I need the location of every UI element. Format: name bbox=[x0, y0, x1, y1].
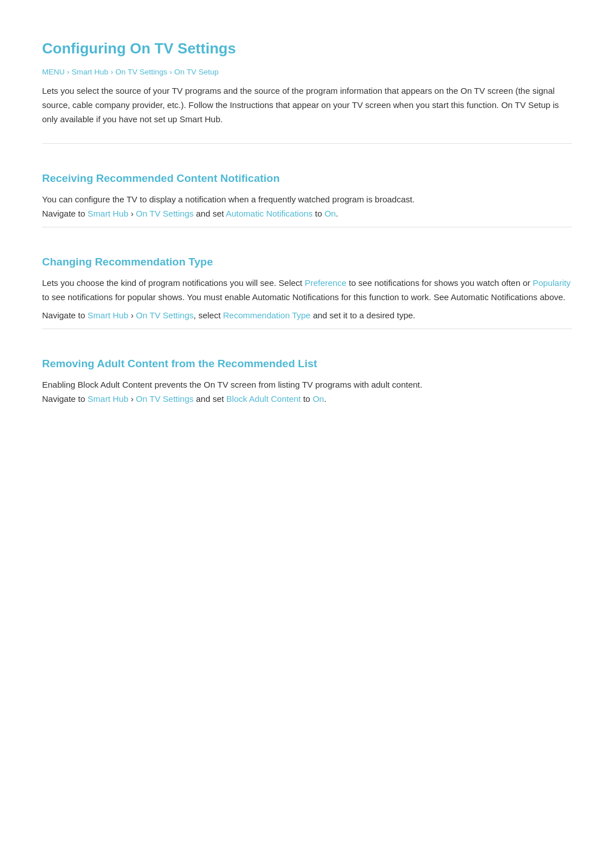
section-text-receiving-notification: You can configure the TV to display a no… bbox=[42, 193, 572, 221]
section-divider-1 bbox=[42, 143, 572, 144]
section-title-changing-recommendation: Changing Recommendation Type bbox=[42, 244, 572, 268]
breadcrumb-separator-3: › bbox=[169, 68, 172, 76]
section-title-removing-adult-content: Removing Adult Content from the Recommen… bbox=[42, 346, 572, 370]
section-removing-adult-content: Removing Adult Content from the Recommen… bbox=[42, 346, 572, 406]
section-receiving-notification: Receiving Recommended Content Notificati… bbox=[42, 161, 572, 221]
link-on-2[interactable]: On bbox=[313, 394, 324, 404]
section-text-changing-recommendation-2: Navigate to Smart Hub › On TV Settings, … bbox=[42, 309, 572, 323]
link-preference[interactable]: Preference bbox=[305, 278, 346, 288]
section-text-removing-adult-content: Enabling Block Adult Content prevents th… bbox=[42, 378, 572, 406]
breadcrumb-item-on-tv-setup[interactable]: On TV Setup bbox=[175, 68, 219, 76]
intro-paragraph: Lets you select the source of your TV pr… bbox=[42, 84, 572, 126]
breadcrumb: MENU › Smart Hub › On TV Settings › On T… bbox=[42, 68, 572, 76]
link-on-tv-settings-3[interactable]: On TV Settings bbox=[136, 394, 193, 404]
section-divider-3 bbox=[42, 329, 572, 329]
breadcrumb-item-menu: MENU bbox=[42, 68, 65, 76]
link-popularity[interactable]: Popularity bbox=[533, 278, 571, 288]
link-smart-hub-2[interactable]: Smart Hub bbox=[88, 310, 128, 320]
link-automatic-notifications[interactable]: Automatic Notifications bbox=[226, 209, 313, 218]
link-smart-hub-3[interactable]: Smart Hub bbox=[88, 394, 128, 404]
section-changing-recommendation-type: Changing Recommendation Type Lets you ch… bbox=[42, 244, 572, 323]
link-on-1[interactable]: On bbox=[325, 209, 336, 218]
breadcrumb-separator-1: › bbox=[67, 68, 69, 76]
link-recommendation-type[interactable]: Recommendation Type bbox=[223, 310, 310, 320]
breadcrumb-separator-2: › bbox=[111, 68, 113, 76]
section-title-receiving-notification: Receiving Recommended Content Notificati… bbox=[42, 161, 572, 185]
link-smart-hub-1[interactable]: Smart Hub bbox=[88, 209, 128, 218]
link-on-tv-settings-1[interactable]: On TV Settings bbox=[136, 209, 193, 218]
link-on-tv-settings-2[interactable]: On TV Settings bbox=[136, 310, 193, 320]
breadcrumb-item-smart-hub[interactable]: Smart Hub bbox=[72, 68, 109, 76]
section-text-changing-recommendation-1: Lets you choose the kind of program noti… bbox=[42, 276, 572, 305]
link-block-adult-content[interactable]: Block Adult Content bbox=[226, 394, 301, 404]
breadcrumb-item-on-tv-settings[interactable]: On TV Settings bbox=[115, 68, 167, 76]
page-title: Configuring On TV Settings bbox=[42, 40, 572, 57]
page-container: Configuring On TV Settings MENU › Smart … bbox=[42, 40, 572, 406]
section-divider-2 bbox=[42, 227, 572, 227]
